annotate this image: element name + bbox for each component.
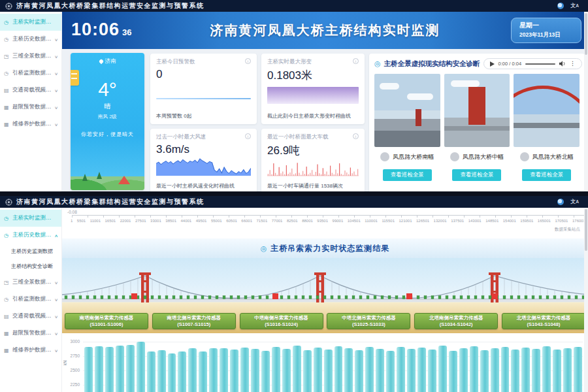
- sidebar-item[interactable]: ▦ 超限预警数据查询 ∨: [0, 99, 61, 116]
- sidebar-item[interactable]: 主桥历史监测数据: [0, 244, 61, 259]
- sensor-group-range: (S1034-S1042): [415, 321, 497, 327]
- sensor-group-button[interactable]: 中塔北侧吊索索力传感器 (S1025-S1033): [327, 313, 410, 329]
- force-bar: [428, 350, 436, 392]
- x-axis-title: 数据采集站点: [555, 227, 580, 233]
- force-bar: [168, 353, 176, 392]
- force-bar: [272, 347, 280, 392]
- info-icon[interactable]: [353, 133, 359, 139]
- force-bar: [417, 348, 426, 392]
- sensor-group-button[interactable]: 北塔北侧吊索索力传感器 (S1043-S1048): [502, 313, 585, 329]
- avatar: [520, 152, 529, 161]
- view-panorama-button[interactable]: 查看巡检全景: [383, 169, 432, 181]
- axis-tick-label: 143001: [468, 219, 482, 223]
- camera-thumbnail-middle[interactable]: [444, 74, 510, 147]
- sidebar-item[interactable]: ▤ 交通荷载视频监测 ∨: [0, 82, 61, 99]
- translate-icon[interactable]: 文A: [570, 3, 579, 8]
- play-icon[interactable]: [490, 61, 495, 67]
- translate-icon[interactable]: 文A: [570, 199, 579, 204]
- scrollbar-thumb[interactable]: [585, 209, 587, 251]
- force-bar: [240, 348, 249, 392]
- axis-tick-label: 33001: [150, 219, 161, 223]
- card-title: 过去一小时最大风速: [156, 133, 206, 141]
- menu-icon: ◷: [4, 71, 10, 76]
- view-panorama-button[interactable]: 查看巡检全景: [522, 169, 571, 181]
- info-icon[interactable]: [245, 58, 251, 64]
- extension-icon[interactable]: [557, 199, 564, 205]
- menu-icon: ◷: [4, 37, 10, 42]
- sidebar-item[interactable]: ◳ 三维全景数据查询 ∨: [0, 274, 61, 291]
- sensor-group-name: 北塔南侧吊索索力传感器: [415, 315, 497, 321]
- sidebar-item-label: 超限预警数据查询: [12, 329, 52, 337]
- more-options-icon[interactable]: ⋮: [570, 61, 576, 67]
- axis-tick-label: 104501: [348, 219, 361, 223]
- menu-icon: ◷: [4, 297, 10, 302]
- sensor-group-button[interactable]: 南塔南侧吊索索力传感器 (S1001-S1006): [65, 313, 148, 329]
- force-bar: [116, 346, 124, 392]
- info-icon[interactable]: [245, 133, 251, 139]
- sidebar-item-label: 交通荷载视频监测: [12, 86, 52, 94]
- vehicle-sparkline-chart: [267, 159, 359, 176]
- video-progress-bar[interactable]: [525, 63, 555, 65]
- force-bar: [324, 350, 333, 392]
- info-icon[interactable]: [353, 58, 359, 64]
- wind-sparkline-chart: [156, 157, 251, 177]
- sensor-group-range: (S1007-S1015): [153, 321, 235, 327]
- sidebar-item[interactable]: 主桥结构安全诊断: [0, 259, 61, 274]
- scrollbar-thumb[interactable]: [585, 13, 587, 55]
- sidebar-item[interactable]: ◷ 主桥实时监测大屏: [0, 14, 61, 31]
- sensor-group-button[interactable]: 南塔北侧吊索索力传感器 (S1007-S1015): [152, 313, 236, 329]
- force-bar: [449, 351, 457, 392]
- sidebar-item[interactable]: ▦ 维修养护数据查询 ∨: [0, 116, 61, 133]
- camera-thumbnail-south[interactable]: [374, 74, 440, 147]
- app-title: 济南黄河凤凰大桥桥梁集群结构运营安全监测与预警系统: [16, 197, 204, 206]
- axis-tick-label: 148501: [485, 219, 498, 223]
- camera-name: 凤凰路大桥中幅: [463, 153, 504, 161]
- sidebar-item[interactable]: ◷ 引桥监测数据查询 ∨: [0, 291, 61, 308]
- volume-icon[interactable]: [559, 61, 566, 67]
- menu-icon: ◷: [4, 233, 10, 238]
- scrollbar[interactable]: [584, 208, 588, 392]
- scrollbar[interactable]: [584, 12, 588, 191]
- sidebar-item[interactable]: ▦ 维修养护数据查询 ∨: [0, 342, 61, 359]
- force-bar: [386, 351, 395, 392]
- axis-tick-label: 22001: [120, 219, 131, 223]
- sidebar-item[interactable]: ◷ 主桥历史数据查询 ∧: [0, 227, 61, 244]
- force-bar: [105, 347, 114, 392]
- force-bar: [220, 348, 228, 392]
- force-bar: [365, 347, 374, 392]
- y-tick-label: 2250: [62, 382, 80, 387]
- video-player-controls: 0:00 / 0:04 ⋮: [483, 58, 582, 69]
- weather-condition: 晴: [71, 102, 144, 111]
- sensor-group-button[interactable]: 中塔南侧吊索索力传感器 (S1016-S1024): [240, 313, 323, 329]
- force-bar: [282, 349, 291, 392]
- sidebar-item[interactable]: ◳ 三维全景数据查询 ∨: [0, 48, 61, 65]
- chevron-icon: ∨: [54, 314, 58, 319]
- card-warning-count: 主桥今日预警数 0 本周预警数 0起: [150, 54, 257, 124]
- camera-thumbnail-north[interactable]: [514, 74, 580, 147]
- axis-tick-label: 170501: [555, 219, 568, 223]
- axis-tick-label: 38501: [165, 219, 176, 223]
- card-value: 26.9吨: [267, 143, 359, 158]
- sidebar-item-label: 引桥监测数据查询: [12, 295, 52, 303]
- underline-decoration: [156, 98, 251, 99]
- sensor-group-name: 中塔南侧吊索索力传感器: [240, 315, 323, 321]
- extension-icon[interactable]: [557, 3, 564, 9]
- force-bar: [501, 347, 510, 392]
- sidebar-item[interactable]: ◷ 主桥实时监测大屏: [0, 210, 61, 227]
- weather-alert-badge[interactable]: [71, 70, 79, 86]
- axis-tick-label: 132001: [434, 219, 447, 223]
- sidebar-item-label: 主桥实时监测大屏: [12, 214, 55, 222]
- view-panorama-button[interactable]: 查看巡检全景: [452, 169, 501, 181]
- force-bar: [521, 348, 530, 392]
- sidebar-item-label: 主桥历史数据查询: [12, 231, 52, 239]
- sensor-group-button[interactable]: 北塔南侧吊索索力传感器 (S1034-S1042): [414, 313, 498, 329]
- sidebar-item[interactable]: ◷ 主桥历史数据查询 ∨: [0, 31, 61, 48]
- app-logo-icon: [5, 3, 12, 10]
- card-max-deformation: 主桥实时最大形变 0.1803米 截止此刻今日主桥最大形变时程曲线: [261, 54, 365, 124]
- sidebar-item[interactable]: ▦ 超限预警数据查询 ∨: [0, 325, 61, 342]
- axis-tick-label: 99001: [333, 219, 344, 223]
- card-value: 3.6m/s: [156, 143, 251, 156]
- x-axis-line: [72, 215, 584, 218]
- sidebar-item[interactable]: ◷ 引桥监测数据查询 ∨: [0, 65, 61, 82]
- sidebar-item[interactable]: ▤ 交通荷载视频监测 ∨: [0, 308, 61, 325]
